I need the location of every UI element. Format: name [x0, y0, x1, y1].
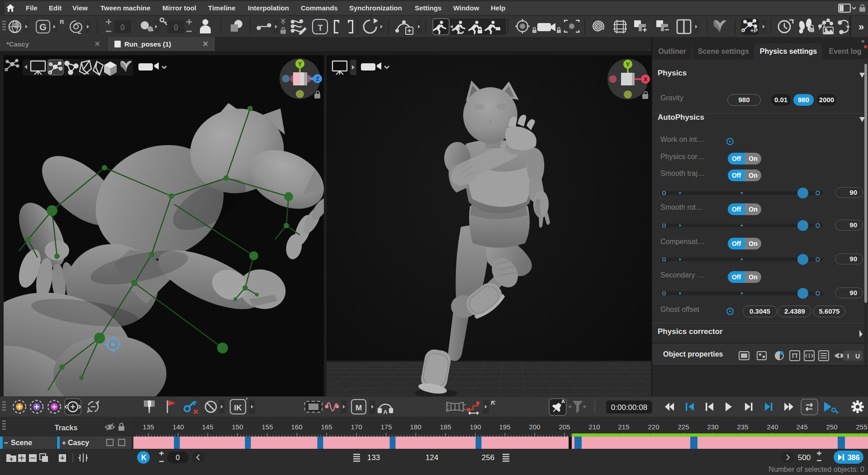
svg-text:−: − — [4, 439, 8, 447]
svg-text:225: 225 — [678, 423, 689, 431]
svg-text:145: 145 — [202, 423, 213, 431]
svg-text:0: 0 — [176, 454, 180, 461]
svg-text:U: U — [855, 353, 860, 360]
svg-text:205: 205 — [559, 423, 570, 431]
svg-text:»: » — [859, 21, 864, 33]
svg-text:133: 133 — [367, 453, 380, 462]
svg-text:235: 235 — [737, 423, 748, 431]
svg-text:Number of selected objects: 0: Number of selected objects: 0 — [768, 466, 864, 473]
svg-text:255: 255 — [856, 423, 867, 431]
svg-text:M: M — [356, 404, 362, 412]
svg-text:124: 124 — [426, 453, 438, 462]
svg-text:A: A — [383, 409, 388, 415]
svg-text:195: 195 — [499, 423, 510, 431]
svg-text:0: 0 — [174, 23, 178, 32]
svg-text:180: 180 — [410, 423, 421, 431]
svg-text:Y: Y — [298, 61, 302, 67]
svg-text:220: 220 — [648, 423, 659, 431]
svg-text:Tracks: Tracks — [55, 424, 78, 432]
svg-text:155: 155 — [261, 423, 273, 431]
svg-text:256: 256 — [482, 453, 494, 462]
svg-text:245: 245 — [796, 423, 807, 431]
svg-text:240: 240 — [767, 423, 778, 431]
svg-text:190: 190 — [470, 423, 481, 431]
svg-text:500: 500 — [798, 453, 811, 462]
svg-text:170: 170 — [351, 423, 362, 431]
svg-text:Scene: Scene — [11, 439, 32, 447]
svg-text:I: I — [847, 353, 849, 360]
svg-text:X: X — [644, 76, 648, 83]
svg-text:160: 160 — [291, 423, 302, 431]
svg-text:210: 210 — [588, 423, 600, 431]
svg-text:175: 175 — [380, 423, 392, 431]
svg-text:185: 185 — [440, 423, 451, 431]
svg-text:215: 215 — [618, 423, 629, 431]
svg-text:135: 135 — [142, 423, 154, 431]
svg-text:0:00:00:08: 0:00:00:08 — [611, 403, 647, 412]
svg-text:150: 150 — [232, 423, 243, 431]
svg-text:R: R — [60, 19, 64, 25]
svg-text:Z: Z — [316, 75, 319, 82]
svg-text:Y: Y — [626, 61, 630, 68]
svg-text:230: 230 — [707, 423, 718, 431]
svg-text:165: 165 — [321, 423, 332, 431]
svg-text:A: A — [561, 399, 565, 404]
svg-text:T: T — [318, 23, 323, 33]
svg-text:0: 0 — [120, 23, 125, 32]
svg-text:140: 140 — [172, 423, 184, 431]
svg-text:200: 200 — [529, 423, 540, 431]
svg-text:+P: +P — [750, 27, 758, 34]
svg-text:+: + — [62, 439, 66, 447]
svg-text:K: K — [141, 454, 147, 461]
svg-text:Cascy: Cascy — [68, 439, 89, 447]
svg-text:250: 250 — [826, 423, 837, 431]
svg-text:386: 386 — [848, 454, 860, 461]
svg-text:IK: IK — [234, 404, 242, 412]
svg-text:G: G — [39, 22, 47, 32]
